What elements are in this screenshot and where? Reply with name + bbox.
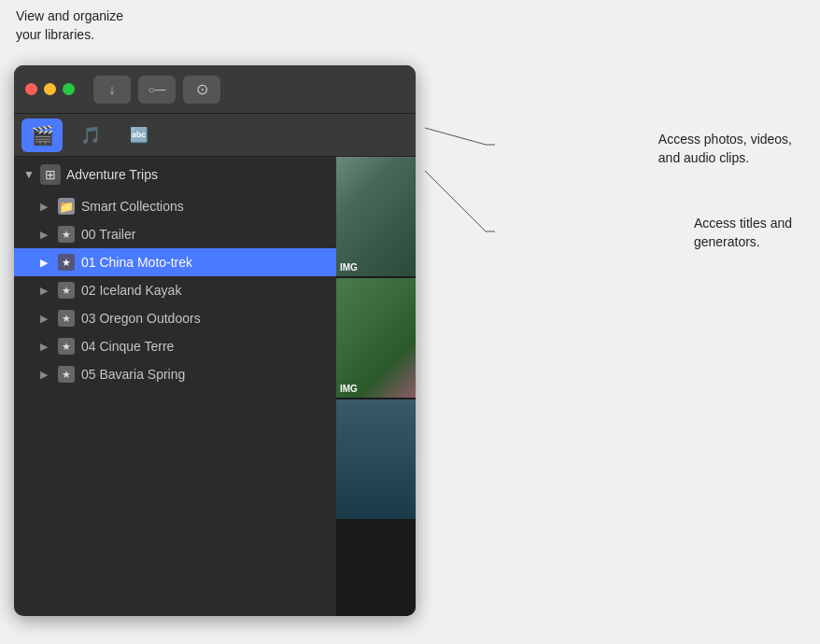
- library-icon: ⊞: [40, 164, 61, 185]
- import-button[interactable]: ↓: [93, 76, 131, 104]
- sidebar-item-china-moto-trek[interactable]: ▶ ★ 01 China Moto-trek: [14, 248, 336, 276]
- review-button[interactable]: ⊙: [183, 76, 220, 104]
- toolbar-buttons: ↓ ○— ⊙: [93, 76, 220, 104]
- annotation-titles: Access titles andgenerators.: [694, 215, 792, 251]
- thumbnail-2-label: IMG: [340, 384, 412, 394]
- sidebar-item-trailer[interactable]: ▶ ★ 00 Trailer: [14, 220, 336, 248]
- thumbnail-1-label: IMG: [340, 262, 412, 273]
- trailer-icon: ★: [58, 226, 75, 243]
- tooltip-line2: your libraries.: [16, 27, 94, 42]
- tooltip-line1: View and organize: [16, 8, 123, 23]
- svg-line-0: [425, 128, 486, 145]
- library-header[interactable]: ▼ ⊞ Adventure Trips: [14, 157, 336, 192]
- sidebar-item-cinque-terre[interactable]: ▶ ★ 04 Cinque Terre: [14, 332, 336, 360]
- smart-collections-label: Smart Collections: [81, 199, 184, 214]
- trailer-label: 00 Trailer: [81, 227, 135, 242]
- cinque-icon: ★: [58, 338, 75, 355]
- sidebar-item-bavaria-spring[interactable]: ▶ ★ 05 Bavaria Spring: [14, 360, 336, 388]
- sidebar-item-smart-collections[interactable]: ▶ 📁 Smart Collections: [14, 192, 336, 220]
- trailer-chevron: ▶: [40, 229, 51, 241]
- annotation-photos: Access photos, videos,and audio clips.: [658, 131, 792, 167]
- tooltip-text: View and organize your libraries.: [16, 7, 123, 44]
- library-icon-symbol: ⊞: [45, 167, 56, 182]
- oregon-label: 03 Oregon Outdoors: [81, 311, 201, 326]
- china-label: 01 China Moto-trek: [81, 255, 192, 270]
- iceland-chevron: ▶: [40, 285, 51, 297]
- app-window: ↓ ○— ⊙ 🎬 🎵 🔤 ▼ ⊞: [14, 65, 416, 616]
- titles-button[interactable]: 🔤: [119, 119, 160, 152]
- oregon-chevron: ▶: [40, 313, 51, 325]
- minimize-button[interactable]: [44, 83, 56, 95]
- close-button[interactable]: [25, 83, 37, 95]
- bavaria-chevron: ▶: [40, 369, 51, 381]
- cinque-chevron: ▶: [40, 341, 51, 353]
- bavaria-label: 05 Bavaria Spring: [81, 367, 185, 382]
- smart-collections-chevron: ▶: [40, 201, 51, 213]
- audio-button[interactable]: 🎵: [70, 119, 111, 152]
- svg-line-2: [425, 171, 486, 231]
- maximize-button[interactable]: [63, 83, 75, 95]
- smart-collections-icon: 📁: [58, 198, 75, 215]
- thumbnail-3: [336, 399, 416, 519]
- thumbnail-1: IMG: [336, 157, 416, 276]
- china-chevron: ▶: [40, 257, 51, 269]
- library-name: Adventure Trips: [66, 167, 158, 182]
- password-button[interactable]: ○—: [138, 76, 176, 104]
- sidebar: ▼ ⊞ Adventure Trips ▶ 📁 Smart Collection…: [14, 157, 336, 525]
- title-bar: ↓ ○— ⊙: [14, 65, 416, 114]
- media-libraries-icon: 🎬: [31, 124, 54, 147]
- second-toolbar: 🎬 🎵 🔤: [14, 114, 416, 157]
- sidebar-item-iceland-kayak[interactable]: ▶ ★ 02 Iceland Kayak: [14, 276, 336, 304]
- iceland-icon: ★: [58, 282, 75, 299]
- iceland-label: 02 Iceland Kayak: [81, 283, 181, 298]
- traffic-lights: [25, 83, 75, 95]
- thumbnails-panel: IMG IMG: [336, 157, 416, 616]
- titles-icon: 🔤: [130, 126, 148, 144]
- library-chevron: ▼: [23, 168, 35, 181]
- sidebar-item-oregon-outdoors[interactable]: ▶ ★ 03 Oregon Outdoors: [14, 304, 336, 332]
- china-icon: ★: [58, 254, 75, 271]
- cinque-label: 04 Cinque Terre: [81, 339, 174, 354]
- bavaria-icon: ★: [58, 366, 75, 383]
- media-libraries-button[interactable]: 🎬: [21, 119, 63, 152]
- oregon-icon: ★: [58, 310, 75, 327]
- thumbnail-2: IMG: [336, 278, 416, 398]
- audio-icon: 🎵: [80, 125, 101, 146]
